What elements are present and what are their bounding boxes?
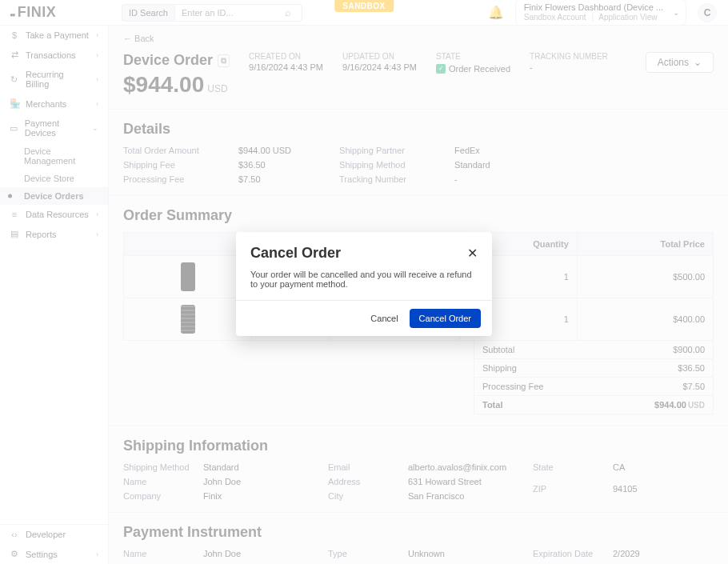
modal-overlay[interactable]: Cancel Order ✕ Your order will be cancel… [0,0,728,564]
cancel-order-modal: Cancel Order ✕ Your order will be cancel… [236,232,492,336]
cancel-button[interactable]: Cancel [370,314,398,323]
confirm-cancel-order-button[interactable]: Cancel Order [410,309,481,328]
modal-body-text: Your order will be cancelled and you wil… [236,270,492,300]
close-icon[interactable]: ✕ [467,246,478,261]
modal-title: Cancel Order [250,245,341,262]
